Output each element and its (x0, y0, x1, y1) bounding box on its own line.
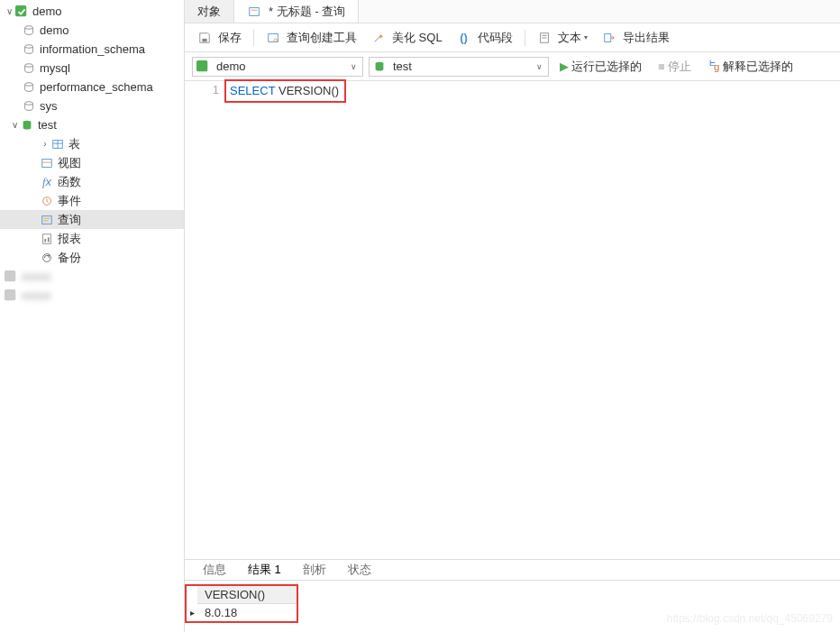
expand-icon[interactable]: › (40, 139, 50, 149)
tables-node[interactable]: › 表 (0, 134, 184, 153)
tab-profile[interactable]: 剖析 (292, 560, 337, 580)
db-label: demo (40, 23, 69, 37)
db-test[interactable]: ∨ test (0, 115, 184, 134)
node-label: 函数 (58, 174, 81, 190)
sql-editor[interactable]: 1 SELECT VERSION() (185, 81, 840, 559)
db-item[interactable]: information_schema (0, 40, 184, 59)
button-label: 导出结果 (623, 30, 670, 46)
connection-tree: ∨ demo demo information_schema mysql per… (0, 0, 185, 632)
text-button[interactable]: 文本 ▾ (532, 28, 593, 48)
wand-icon (371, 31, 386, 45)
svg-rect-18 (48, 237, 50, 242)
connection-icon (14, 5, 29, 19)
backup-icon (40, 251, 54, 265)
svg-rect-17 (44, 239, 46, 243)
database-open-icon (20, 118, 34, 133)
explain-icon: Eg (708, 60, 720, 73)
node-label: 视图 (58, 155, 81, 171)
connection-label: xxxxx (22, 289, 51, 302)
connection-icon (4, 289, 18, 303)
tab-info[interactable]: 信息 (192, 560, 237, 580)
database-icon (22, 23, 36, 38)
events-node[interactable]: 事件 (0, 191, 184, 210)
tab-object[interactable]: 对象 (185, 0, 234, 23)
collapse-icon[interactable]: ∨ (9, 120, 20, 130)
chevron-down-icon: ∨ (531, 62, 548, 71)
database-icon (22, 99, 36, 114)
svg-point-3 (25, 63, 33, 67)
svg-point-26 (274, 38, 278, 41)
code-area[interactable]: SELECT VERSION() (228, 81, 840, 559)
button-label: 停止 (668, 59, 691, 75)
button-label: 查询创建工具 (287, 30, 357, 46)
collapse-icon[interactable]: ∨ (4, 6, 14, 16)
highlight-box: SELECT VERSION() (224, 79, 346, 103)
snippet-button[interactable]: () 代码段 (452, 28, 518, 48)
tab-label: 对象 (197, 4, 221, 20)
svg-text:g: g (714, 61, 719, 72)
db-item[interactable]: demo (0, 21, 184, 40)
svg-rect-22 (250, 7, 260, 15)
beautify-button[interactable]: 美化 SQL (366, 28, 448, 48)
db-item[interactable]: sys (0, 96, 184, 115)
db-item[interactable]: performance_schema (0, 78, 184, 96)
line-number: 1 (185, 83, 219, 96)
separator (253, 30, 254, 46)
function-icon: fx (40, 175, 54, 189)
view-icon (40, 156, 54, 170)
database-icon (22, 42, 36, 57)
queries-node[interactable]: 查询 (0, 210, 184, 229)
sql-keyword: SELECT (230, 84, 275, 97)
connection-bar: demo ∨ test ∨ ▶ 运行已选择的 ■ 停止 Eg 解释已选择的 (185, 52, 840, 81)
db-label: information_schema (40, 42, 145, 56)
highlight-box: VERSION() ▸ 8.0.18 (185, 584, 298, 623)
connection-item[interactable]: xxxxx (0, 286, 184, 305)
export-button[interactable]: 导出结果 (597, 28, 675, 48)
tab-status[interactable]: 状态 (337, 560, 382, 580)
document-tabs: 对象 * 无标题 - 查询 (185, 0, 840, 23)
table-icon (50, 137, 65, 151)
dropdown-value: demo (213, 60, 345, 73)
tab-result[interactable]: 结果 1 (237, 560, 292, 580)
db-item[interactable]: mysql (0, 59, 184, 78)
parentheses-icon: () (457, 31, 471, 45)
chevron-down-icon: ▾ (584, 33, 588, 41)
query-builder-button[interactable]: 查询创建工具 (260, 28, 362, 48)
db-label: test (38, 118, 57, 132)
functions-node[interactable]: fx 函数 (0, 172, 184, 191)
database-icon (22, 61, 36, 76)
db-label: mysql (40, 61, 70, 75)
reports-node[interactable]: 报表 (0, 229, 184, 248)
db-label: sys (40, 99, 58, 113)
query-toolbar: 保存 查询创建工具 美化 SQL () 代码段 文本 ▾ 导出结果 (185, 23, 840, 52)
stop-icon: ■ (658, 60, 665, 73)
tab-query[interactable]: * 无标题 - 查询 (234, 0, 359, 23)
button-label: 运行已选择的 (571, 59, 642, 75)
svg-rect-24 (202, 38, 206, 41)
stop-button: ■ 停止 (653, 57, 697, 77)
svg-rect-31 (196, 60, 207, 71)
separator (525, 30, 525, 46)
result-cell[interactable]: 8.0.18 (197, 604, 297, 621)
clock-icon (40, 194, 54, 208)
svg-rect-30 (604, 33, 610, 41)
run-button[interactable]: ▶ 运行已选择的 (554, 57, 647, 77)
query-icon (40, 213, 54, 227)
save-button[interactable]: 保存 (192, 28, 247, 48)
node-label: 查询 (58, 212, 81, 228)
report-icon (40, 232, 54, 246)
backup-node[interactable]: 备份 (0, 248, 184, 267)
result-grid: VERSION() ▸ 8.0.18 https://blog.csdn.net… (185, 581, 840, 632)
connection-root[interactable]: ∨ demo (0, 2, 184, 21)
connection-label: xxxxx (22, 270, 51, 283)
svg-rect-10 (42, 159, 52, 167)
database-dropdown[interactable]: test ∨ (369, 57, 549, 77)
explain-button[interactable]: Eg 解释已选择的 (702, 57, 799, 77)
column-header[interactable]: VERSION() (197, 586, 297, 604)
views-node[interactable]: 视图 (0, 153, 184, 172)
main-panel: 对象 * 无标题 - 查询 保存 查询创建工具 美化 SQL () 代码段 文本 (185, 0, 840, 632)
connection-label: demo (32, 5, 62, 18)
svg-rect-21 (5, 289, 15, 300)
connection-item[interactable]: xxxxx (0, 267, 184, 286)
connection-dropdown[interactable]: demo ∨ (192, 57, 363, 77)
